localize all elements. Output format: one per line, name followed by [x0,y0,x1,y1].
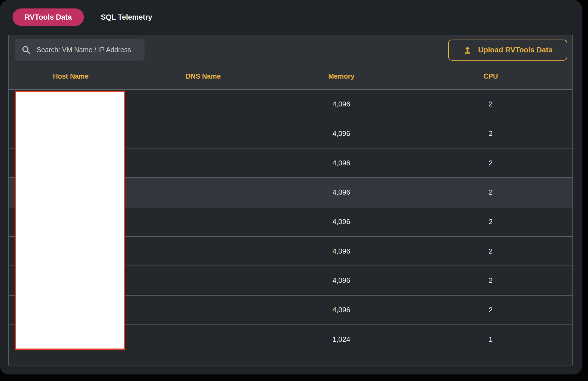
cell-cpu: 2 [409,218,572,226]
table-header-row: Host Name DNS Name Memory CPU [9,63,572,90]
cell-memory: 4,096 [274,276,409,285]
search-box[interactable] [15,39,145,61]
tabs-bar: RVTools Data SQL Telemetry [13,8,152,26]
cell-cpu: 2 [409,129,572,138]
tab-rvtools-data-label: RVTools Data [25,13,72,22]
cell-memory: 4,096 [274,159,409,167]
cell-cpu: 2 [409,188,572,197]
tab-sql-telemetry-label: SQL Telemetry [101,13,152,21]
cell-memory: 4,096 [274,100,409,108]
cell-memory: 4,096 [274,218,409,226]
cell-memory: 1,024 [274,335,409,344]
app-window: RVTools Data SQL Telemetry [0,0,582,374]
cell-cpu: 2 [409,306,572,314]
cell-memory: 4,096 [274,247,409,255]
cell-cpu: 2 [409,247,572,255]
table-header-host-name: Host Name [9,72,133,80]
toolbar: Upload RVTools Data [9,35,572,63]
table-header-memory: Memory [274,72,409,80]
upload-icon [463,46,472,55]
cell-memory: 4,096 [274,129,409,138]
table-header-dns-name: DNS Name [133,72,274,80]
redaction-overlay [15,91,125,350]
tab-rvtools-data[interactable]: RVTools Data [13,8,84,26]
search-icon [21,45,37,55]
search-input[interactable] [37,46,140,54]
cell-cpu: 2 [409,100,572,108]
cell-memory: 4,096 [274,306,409,314]
upload-button-label: Upload RVTools Data [478,46,552,54]
cell-cpu: 1 [409,335,572,344]
tab-sql-telemetry[interactable]: SQL Telemetry [101,13,152,22]
upload-rvtools-button[interactable]: Upload RVTools Data [448,40,567,61]
cell-cpu: 2 [409,276,572,285]
cell-cpu: 2 [409,159,572,167]
table-header-cpu: CPU [409,72,572,80]
cell-memory: 4,096 [274,188,409,197]
